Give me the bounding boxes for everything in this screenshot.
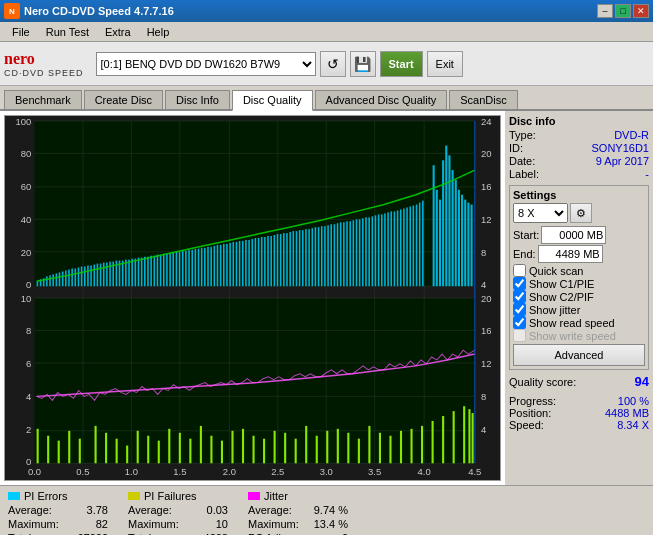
disc-label-label: Label:	[509, 168, 539, 180]
end-input[interactable]	[538, 245, 603, 263]
svg-rect-126	[255, 238, 257, 286]
svg-rect-101	[176, 252, 178, 286]
svg-rect-223	[358, 439, 360, 464]
svg-rect-164	[375, 215, 377, 286]
svg-text:2.0: 2.0	[223, 467, 236, 477]
svg-rect-104	[185, 251, 187, 286]
app-icon: N	[4, 3, 20, 19]
exit-button[interactable]: Exit	[427, 51, 463, 77]
start-input[interactable]	[541, 226, 606, 244]
svg-text:0: 0	[26, 458, 31, 468]
stats-bar: PI Errors Average: 3.78 Maximum: 82 Tota…	[0, 485, 653, 535]
svg-rect-200	[116, 439, 118, 464]
svg-text:2: 2	[26, 425, 31, 435]
svg-rect-116	[223, 244, 225, 286]
advanced-button[interactable]: Advanced	[513, 344, 645, 366]
svg-rect-107	[195, 249, 197, 286]
pi-max-value: 82	[96, 518, 108, 530]
id-value: SONY16D1	[592, 142, 649, 154]
svg-rect-195	[58, 441, 60, 464]
svg-rect-161	[365, 217, 367, 286]
svg-rect-145	[315, 227, 317, 286]
end-label: End:	[513, 248, 536, 260]
show-c1-checkbox-label[interactable]: Show C1/PIE	[513, 277, 645, 290]
svg-text:0: 0	[26, 280, 31, 290]
right-panel: Disc info Type: DVD-R ID: SONY16D1 Date:…	[505, 111, 653, 485]
start-button[interactable]: Start	[380, 51, 423, 77]
quick-scan-checkbox-label[interactable]: Quick scan	[513, 264, 645, 277]
svg-rect-102	[179, 252, 181, 286]
show-read-speed-checkbox[interactable]	[513, 316, 526, 329]
svg-rect-191	[467, 203, 469, 287]
svg-rect-177	[416, 205, 418, 287]
svg-rect-72	[84, 267, 86, 287]
svg-rect-203	[147, 436, 149, 464]
maximize-button[interactable]: □	[615, 4, 631, 18]
show-c2-checkbox-label[interactable]: Show C2/PIF	[513, 290, 645, 303]
menu-help[interactable]: Help	[139, 24, 178, 40]
tab-scandisc[interactable]: ScanDisc	[449, 90, 517, 109]
svg-rect-158	[356, 219, 358, 286]
show-c1-checkbox[interactable]	[513, 277, 526, 290]
toolbar: nero CD·DVD SPEED [0:1] BENQ DVD DD DW16…	[0, 42, 653, 86]
show-read-speed-checkbox-label[interactable]: Show read speed	[513, 316, 645, 329]
show-c2-checkbox[interactable]	[513, 290, 526, 303]
svg-rect-194	[47, 436, 49, 464]
svg-rect-187	[455, 180, 457, 286]
svg-rect-202	[137, 431, 139, 463]
settings-icon-button[interactable]: ⚙	[570, 203, 592, 223]
svg-rect-197	[79, 439, 81, 464]
speed-value: 8.34 X	[617, 419, 649, 431]
svg-rect-108	[198, 249, 200, 286]
svg-rect-179	[422, 201, 424, 287]
save-button[interactable]: 💾	[350, 51, 376, 77]
svg-rect-110	[204, 248, 206, 286]
speed-select[interactable]: 8 X	[513, 203, 568, 223]
svg-rect-193	[37, 429, 39, 463]
show-jitter-label: Show jitter	[529, 304, 580, 316]
quick-scan-checkbox[interactable]	[513, 264, 526, 277]
svg-text:12: 12	[481, 216, 492, 226]
chart-area: 100 80 60 40 20 0 24 20 16 12 8 4 10 8 6…	[4, 115, 501, 481]
svg-rect-88	[135, 259, 137, 287]
svg-rect-99	[169, 253, 171, 286]
tab-create-disc[interactable]: Create Disc	[84, 90, 163, 109]
progress-section: Progress: 100 % Position: 4488 MB Speed:…	[509, 395, 649, 431]
svg-rect-136	[286, 233, 288, 286]
refresh-button[interactable]: ↺	[320, 51, 346, 77]
show-c1-label: Show C1/PIE	[529, 278, 594, 290]
svg-rect-113	[214, 246, 216, 286]
svg-rect-231	[442, 416, 444, 463]
svg-rect-213	[253, 436, 255, 464]
jitter-label: Jitter	[264, 490, 288, 502]
svg-rect-175	[409, 207, 411, 287]
svg-text:8: 8	[26, 327, 31, 337]
disc-info-section: Disc info Type: DVD-R ID: SONY16D1 Date:…	[509, 115, 649, 181]
drive-select[interactable]: [0:1] BENQ DVD DD DW1620 B7W9	[96, 52, 316, 76]
svg-rect-78	[103, 263, 105, 287]
svg-rect-142	[305, 229, 307, 286]
close-button[interactable]: ✕	[633, 4, 649, 18]
svg-text:0.5: 0.5	[76, 467, 89, 477]
svg-rect-215	[274, 431, 276, 463]
tab-benchmark[interactable]: Benchmark	[4, 90, 82, 109]
svg-rect-133	[277, 234, 279, 286]
svg-rect-209	[210, 436, 212, 464]
svg-text:20: 20	[21, 248, 32, 258]
svg-rect-157	[353, 220, 355, 286]
tab-disc-quality[interactable]: Disc Quality	[232, 90, 313, 111]
show-jitter-checkbox[interactable]	[513, 303, 526, 316]
svg-text:4: 4	[481, 425, 486, 435]
tab-advanced-disc-quality[interactable]: Advanced Disc Quality	[315, 90, 448, 109]
menu-run-test[interactable]: Run Test	[38, 24, 97, 40]
menu-file[interactable]: File	[4, 24, 38, 40]
svg-rect-74	[90, 266, 92, 287]
svg-rect-128	[261, 237, 263, 286]
pi-errors-label: PI Errors	[24, 490, 67, 502]
menu-extra[interactable]: Extra	[97, 24, 139, 40]
svg-rect-84	[122, 261, 124, 287]
minimize-button[interactable]: –	[597, 4, 613, 18]
svg-rect-228	[410, 429, 412, 463]
tab-disc-info[interactable]: Disc Info	[165, 90, 230, 109]
show-jitter-checkbox-label[interactable]: Show jitter	[513, 303, 645, 316]
